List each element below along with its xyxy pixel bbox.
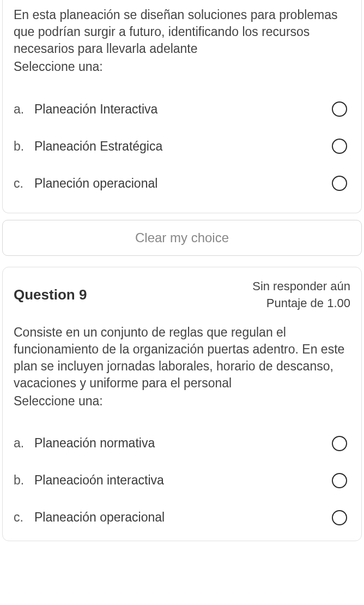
question-9-body: Consiste en un conjunto de reglas que re… — [3, 318, 361, 541]
option-left: c. Planeación operacional — [14, 510, 165, 525]
option-letter: a. — [14, 436, 34, 451]
radio-icon[interactable] — [332, 139, 347, 154]
option-label: Planeación Interactiva — [34, 102, 157, 117]
option-letter: b. — [14, 473, 34, 488]
question-8-select-one: Seleccione una: — [14, 59, 350, 74]
question-9-status: Sin responder aún Puntaje de 1.00 — [252, 278, 350, 312]
question-8-block: En esta planeación se diseñan soluciones… — [2, 0, 362, 213]
question-9-option-b[interactable]: b. Planeacioón interactiva — [14, 462, 350, 499]
option-label: Planeación operacional — [34, 510, 165, 525]
option-left: c. Planeción operacional — [14, 176, 157, 191]
option-left: a. Planeación normativa — [14, 436, 155, 451]
question-8-option-c[interactable]: c. Planeción operacional — [14, 165, 350, 202]
option-label: Planeción operacional — [34, 176, 157, 191]
question-9-option-c[interactable]: c. Planeación operacional — [14, 499, 350, 530]
question-9-header: Question 9 Sin responder aún Puntaje de … — [3, 267, 361, 318]
option-letter: c. — [14, 510, 34, 525]
question-9-title: Question 9 — [14, 286, 87, 303]
question-9-select-one: Seleccione una: — [14, 394, 350, 409]
question-8-prompt: En esta planeación se diseñan soluciones… — [14, 7, 350, 57]
option-label: Planeación normativa — [34, 436, 155, 451]
status-unanswered: Sin responder aún — [252, 278, 350, 295]
radio-icon[interactable] — [332, 176, 347, 191]
clear-my-choice-button[interactable]: Clear my choice — [2, 220, 362, 256]
option-left: a. Planeación Interactiva — [14, 102, 157, 117]
question-8-option-a[interactable]: a. Planeación Interactiva — [14, 91, 350, 128]
option-label: Planeacioón interactiva — [34, 473, 164, 488]
option-left: b. Planeación Estratégica — [14, 139, 162, 154]
option-label: Planeación Estratégica — [34, 139, 162, 154]
status-score: Puntaje de 1.00 — [252, 295, 350, 312]
question-9-block: Question 9 Sin responder aún Puntaje de … — [2, 267, 362, 541]
option-letter: c. — [14, 176, 34, 191]
question-8-option-b[interactable]: b. Planeación Estratégica — [14, 128, 350, 165]
question-9-prompt: Consiste en un conjunto de reglas que re… — [14, 324, 350, 392]
radio-icon[interactable] — [332, 473, 347, 488]
option-letter: a. — [14, 102, 34, 117]
question-9-option-a[interactable]: a. Planeación normativa — [14, 425, 350, 462]
question-8-body: En esta planeación se diseñan soluciones… — [3, 0, 361, 213]
radio-icon[interactable] — [332, 101, 347, 117]
radio-icon[interactable] — [332, 510, 347, 525]
radio-icon[interactable] — [332, 436, 347, 451]
option-left: b. Planeacioón interactiva — [14, 473, 164, 488]
option-letter: b. — [14, 139, 34, 154]
